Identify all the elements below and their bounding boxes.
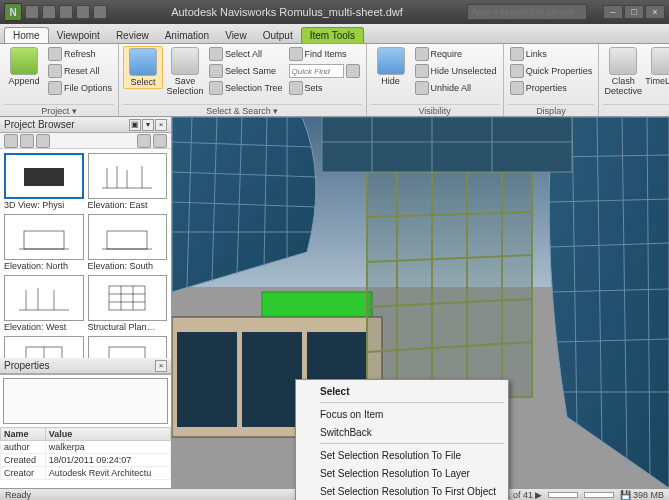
browser-toolbar <box>0 133 171 149</box>
ctx-res-first-item[interactable]: Set Selection Resolution To First Object <box>296 482 508 500</box>
qat-redo-icon[interactable] <box>93 5 107 19</box>
sheet-thumb-7[interactable] <box>4 336 84 358</box>
ctx-focus-item[interactable]: Focus on Item <box>296 405 508 423</box>
unhide-all-button[interactable]: Unhide All <box>413 80 499 96</box>
svg-rect-37 <box>242 332 302 427</box>
select-same-icon <box>209 64 223 78</box>
hide-button[interactable]: Hide <box>371 46 411 87</box>
refresh-button[interactable]: Refresh <box>46 46 114 62</box>
sheet-thumb-8[interactable] <box>88 336 168 358</box>
select-all-button[interactable]: Select All <box>207 46 285 62</box>
file-options-button[interactable]: File Options <box>46 80 114 96</box>
save-selection-button[interactable]: Save Selection <box>165 46 205 97</box>
select-button[interactable]: Select <box>123 46 163 89</box>
find-items-button[interactable]: Find Items <box>287 46 362 62</box>
svg-rect-36 <box>177 332 237 427</box>
properties-table[interactable]: NameValue authorwalkerpa Created18/01/20… <box>0 427 171 488</box>
3d-viewport[interactable]: Select Focus on Item SwitchBack Set Sele… <box>172 117 669 488</box>
require-button[interactable]: Require <box>413 46 499 62</box>
quick-properties-button[interactable]: Quick Properties <box>508 63 595 79</box>
browser-pin-icon[interactable]: ▣ <box>129 119 141 131</box>
side-panel: Project Browser ▣ ▾ × 3D View: Physi Ele… <box>0 117 172 488</box>
ribbon: Append Refresh Reset All File Options Pr… <box>0 44 669 117</box>
qat-save-icon[interactable] <box>59 5 73 19</box>
browser-menu-icon[interactable]: ▾ <box>142 119 154 131</box>
qat-undo-icon[interactable] <box>76 5 90 19</box>
sheet-thumb-west[interactable] <box>4 275 84 321</box>
ctx-res-file-item[interactable]: Set Selection Resolution To File <box>296 446 508 464</box>
title-bar: N Autodesk Navisworks Romulus_multi-shee… <box>0 0 669 24</box>
quick-find-row <box>287 63 362 79</box>
sets-button[interactable]: Sets <box>287 80 362 96</box>
hide-unselected-button[interactable]: Hide Unselected <box>413 63 499 79</box>
timeliner-button[interactable]: TimeLiner <box>645 46 669 87</box>
ctx-switchback-item[interactable]: SwitchBack <box>296 423 508 441</box>
project-browser-header: Project Browser ▣ ▾ × <box>0 117 171 133</box>
svg-rect-0 <box>24 168 64 186</box>
browser-tool3-icon[interactable] <box>36 134 50 148</box>
hide-unselected-icon <box>415 64 429 78</box>
sheet-thumb-3dview[interactable] <box>4 153 84 199</box>
table-row[interactable]: authorwalkerpa <box>1 441 171 454</box>
quick-find-go-icon[interactable] <box>346 64 360 78</box>
selection-tree-button[interactable]: Selection Tree <box>207 80 285 96</box>
sheet-label: Elevation: East <box>88 199 168 210</box>
panel-visibility: Hide Require Hide Unselected Unhide All … <box>367 44 504 116</box>
qat-new-icon[interactable] <box>25 5 39 19</box>
sheet-thumb-north[interactable] <box>4 214 84 260</box>
clash-detective-button[interactable]: Clash Detective <box>603 46 643 97</box>
panel-title-visibility: Visibility <box>371 104 499 116</box>
table-row[interactable]: CreatorAutodesk Revit Architectu <box>1 467 171 480</box>
ctx-select-header: Select <box>296 382 508 400</box>
browser-body[interactable]: 3D View: Physi Elevation: East Elevation… <box>0 149 171 358</box>
browser-tool1-icon[interactable] <box>4 134 18 148</box>
require-icon <box>415 47 429 61</box>
props-name-header[interactable]: Name <box>1 428 46 441</box>
browser-close-icon[interactable]: × <box>155 119 167 131</box>
append-icon <box>10 47 38 75</box>
quick-properties-icon <box>510 64 524 78</box>
properties-close-icon[interactable]: × <box>155 360 167 372</box>
browser-tool2-icon[interactable] <box>20 134 34 148</box>
tab-home[interactable]: Home <box>4 27 49 43</box>
append-button[interactable]: Append <box>4 46 44 87</box>
app-menu-button[interactable]: N <box>4 3 22 21</box>
select-same-button[interactable]: Select Same <box>207 63 285 79</box>
sheet-label: Elevation: West <box>4 321 84 332</box>
tab-animation[interactable]: Animation <box>157 28 217 43</box>
sheet-label: Elevation: South <box>88 260 168 271</box>
props-value-header[interactable]: Value <box>45 428 170 441</box>
tab-view[interactable]: View <box>217 28 255 43</box>
reset-all-button[interactable]: Reset All <box>46 63 114 79</box>
tab-output[interactable]: Output <box>255 28 301 43</box>
sheet-thumb-east[interactable] <box>88 153 168 199</box>
browser-tool5-icon[interactable] <box>153 134 167 148</box>
ctx-res-layer-item[interactable]: Set Selection Resolution To Layer <box>296 464 508 482</box>
links-button[interactable]: Links <box>508 46 595 62</box>
status-memory: 💾398 MB <box>620 490 664 500</box>
search-input[interactable] <box>467 4 587 20</box>
properties-preview <box>3 378 168 424</box>
tab-item-tools[interactable]: Item Tools <box>301 27 364 43</box>
qat-open-icon[interactable] <box>42 5 56 19</box>
properties-button[interactable]: Properties <box>508 80 595 96</box>
minimize-button[interactable]: – <box>603 5 623 19</box>
sheet-thumb-structural[interactable] <box>88 275 168 321</box>
status-progress2 <box>584 492 614 498</box>
quick-find-input[interactable] <box>289 64 344 78</box>
refresh-icon <box>48 47 62 61</box>
save-selection-icon <box>171 47 199 75</box>
sheet-thumb-south[interactable] <box>88 214 168 260</box>
properties-title: Properties <box>4 360 50 371</box>
maximize-button[interactable]: □ <box>624 5 644 19</box>
close-button[interactable]: × <box>645 5 665 19</box>
svg-rect-58 <box>322 117 572 172</box>
tab-review[interactable]: Review <box>108 28 157 43</box>
ribbon-tabs: Home Viewpoint Review Animation View Out… <box>0 24 669 44</box>
table-row[interactable]: Created18/01/2011 09:24:07 <box>1 454 171 467</box>
reset-icon <box>48 64 62 78</box>
tab-viewpoint[interactable]: Viewpoint <box>49 28 108 43</box>
panel-title-select: Select & Search ▾ <box>123 104 362 116</box>
hide-icon <box>377 47 405 75</box>
browser-tool4-icon[interactable] <box>137 134 151 148</box>
